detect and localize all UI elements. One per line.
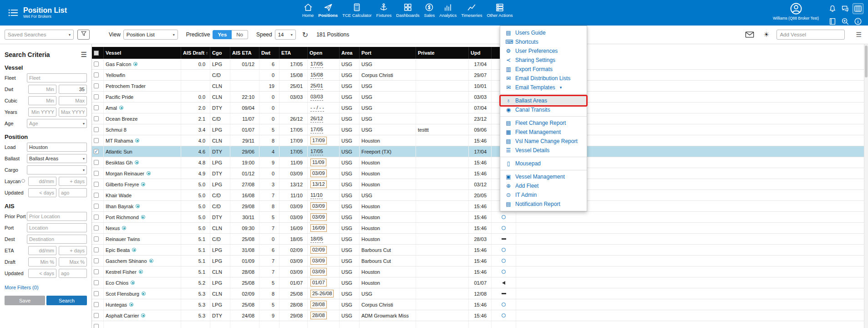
row-checkbox[interactable] [94,215,99,220]
menu-item-email-distribution-lists[interactable]: ✉Email Distribution Lists [500,74,587,83]
vessel-name[interactable]: Atlantic Sun [104,146,181,157]
vessel-dwt-input-0[interactable] [28,85,56,94]
row-checkbox[interactable] [94,72,99,77]
row-checkbox[interactable] [94,138,99,143]
predictive-no-button[interactable]: No [232,30,248,39]
panel-menu-icon[interactable]: ☰ [81,51,87,59]
menu-item-users-guide[interactable]: ▤Users Guide [500,28,587,37]
vessel-name[interactable]: Besiktas Gh [104,157,181,168]
row-checkbox[interactable] [94,193,99,198]
table-row[interactable] [92,321,868,328]
row-checkbox[interactable] [94,127,99,132]
column-header-ais_eta[interactable]: AIS ETA [230,47,259,59]
menu-item-vsl-name-change-report[interactable]: ▤Vsl Name Change Report [500,137,587,146]
search-button[interactable]: Search [46,296,87,305]
add-vessel-input[interactable] [777,30,845,40]
vessel-dwt-input-1[interactable] [59,85,87,94]
vessel-fleet-input-0[interactable] [27,73,87,82]
vessel-name[interactable]: Scot Flensburg [104,288,181,299]
vessel-name[interactable]: Gaschem Shinano [104,256,181,266]
table-row[interactable]: Petrochem TraderCLN1925/0125/01USGUSG10/… [92,81,868,92]
select-all-checkbox[interactable] [94,51,99,56]
nav-item-positions[interactable]: Positions [316,2,340,18]
nav-item-timeseries[interactable]: Timeseries [459,2,484,18]
column-settings-icon[interactable]: ☰ [856,31,862,38]
filter-button[interactable] [77,30,90,40]
menu-item-sharing-settings[interactable]: ≺Sharing Settings [500,56,587,65]
vessel-name[interactable]: Khair Wade [104,190,181,200]
nav-item-sales[interactable]: Sales [422,2,437,18]
table-row[interactable]: Gas Falcon0.0LPG01/12617/0517/05USGUSG17… [92,59,868,70]
row-checkbox[interactable] [94,280,99,285]
row-checkbox[interactable] [94,62,99,67]
vessel-name[interactable]: Amal [104,102,181,113]
open-date-cell[interactable]: 03/09 [308,168,340,179]
open-date-cell[interactable]: 25/01 [308,81,340,91]
position-load-input-0[interactable] [27,143,87,152]
vessel-name[interactable]: Epic Beata [104,245,181,255]
position-laycan-input-0[interactable] [28,177,56,186]
menu-item-ballast-areas[interactable]: ♁Ballast Areas [500,96,587,105]
table-row[interactable]: Huntegas5.3LPG25/08528/0828/08USGCorpus … [92,299,868,310]
vessel-name[interactable]: Ocean Breeze [104,113,181,124]
row-checkbox[interactable] [94,247,99,252]
position-laycan-input-1[interactable] [59,177,87,186]
column-header-eta[interactable]: ETA [279,47,308,59]
open-date-cell[interactable]: 28/08 [308,310,340,321]
bell-icon[interactable] [827,3,838,14]
table-row[interactable]: Gaschem Shinano5.1LPG01/09703/0903/09USG… [92,256,868,266]
scrollbar-thumb[interactable] [865,46,868,77]
chat-icon[interactable] [840,3,851,14]
open-date-cell[interactable]: 25-26/08 [308,288,340,299]
column-header-vessel[interactable]: Vessel [104,47,181,59]
row-checkbox[interactable] [94,182,99,187]
column-header-upd[interactable]: Upd [469,47,492,59]
open-date-cell[interactable]: 16/09 [308,223,340,233]
row-checkbox[interactable] [94,160,99,165]
table-row[interactable]: Reinauer Twins5.1C/D25/08018/0518/05USGH… [92,234,868,245]
brightness-icon[interactable]: ☀ [763,31,769,39]
vessel-name[interactable]: Yellowfin [104,70,181,80]
table-row[interactable]: Asphalt Carrier5.3DTY24/08929/0828/08USG… [92,310,868,321]
open-date-cell[interactable]: 17/05 [308,124,340,135]
table-row[interactable]: Besiktas Gh4.8LPG19:00911/0911/09USGHous… [92,157,868,168]
table-row[interactable]: Eco Chios5.2LPG25/08501/0701/07USGHousto… [92,277,868,288]
table-row[interactable]: Kestrel Fisher5.1CLN28/08703/0903/09USGH… [92,266,868,277]
menu-item-export-formats[interactable]: ▥Export Formats [500,65,587,74]
ais-port-input-0[interactable] [27,223,87,232]
more-filters-link[interactable]: More Filters (0) [5,285,39,290]
row-checkbox[interactable] [94,204,99,209]
menu-item-shortcuts[interactable]: ⌨Shortcuts [500,37,587,46]
open-date-cell[interactable]: 26/12 [308,113,340,124]
table-row[interactable]: Morgan Reinauer4.9DTY01/12003/0903/09USG… [92,168,868,179]
book-icon[interactable] [827,16,838,27]
vessel-name[interactable]: Gas Falcon [104,59,181,69]
menu-item-notification-report[interactable]: ▤Notification Report [500,200,587,209]
vessel-name[interactable]: MT Rahama [104,135,181,146]
vessel-name[interactable]: Port Richmond [104,212,181,222]
zoom-icon[interactable] [840,16,851,27]
vessel-name[interactable]: Pacific Pride [104,92,181,102]
vessel-cubic-input-1[interactable] [59,96,87,105]
row-checkbox[interactable] [94,258,99,263]
row-checkbox[interactable] [94,116,99,121]
user-menu[interactable]: Williams (Q88 Broker Test) [773,2,819,20]
menu-item-email-templates[interactable]: ✉Email Templates▾ [500,83,587,92]
nav-item-tce-calculator[interactable]: TCE Calculator [340,2,373,18]
open-date-cell[interactable]: 17/05 [308,146,340,157]
table-row[interactable]: Gilberto Freyre5.0LPG27/08313/1213/12USG… [92,179,868,190]
ais-updated-input-0[interactable] [28,269,56,278]
table-row[interactable]: Khair Wade5.0C/D16/08711/1011/10USGUSG20… [92,190,868,201]
open-date-cell[interactable]: 17/09 [308,135,340,146]
row-checkbox[interactable] [94,105,99,110]
position-cargo-select[interactable]: ▾ [27,165,87,174]
open-date-cell[interactable]: - - / - - [308,102,340,113]
nav-item-fixtures[interactable]: Fixtures [375,2,394,18]
open-date-cell[interactable]: 03/09 [308,212,340,222]
vessel-name[interactable]: Ilhan Bayrak [104,201,181,211]
nav-item-home[interactable]: Home [300,2,315,18]
envelope-icon[interactable] [743,30,756,39]
vessel-years-input-1[interactable] [59,108,87,117]
open-date-cell[interactable]: 18/05 [308,234,340,244]
open-date-cell[interactable]: 03/09 [308,256,340,266]
